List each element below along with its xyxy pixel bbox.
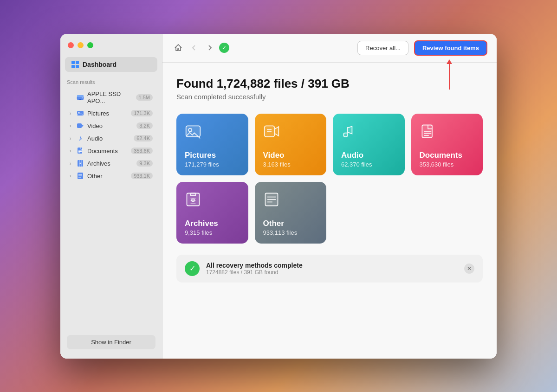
sidebar-badge: 933.1K xyxy=(131,173,153,179)
drive-icon xyxy=(76,94,84,101)
sidebar-item-dashboard[interactable]: Dashboard xyxy=(65,57,157,72)
arrow-head xyxy=(447,59,452,64)
sidebar-item-label: Audio xyxy=(87,135,134,142)
svg-rect-6 xyxy=(77,123,82,128)
found-title: Found 1,724,882 files / 391 GB xyxy=(176,77,483,91)
sidebar-item-label: Documents xyxy=(87,148,131,154)
traffic-lights xyxy=(68,42,93,48)
card-video-icon xyxy=(263,123,318,143)
sidebar-badge: 62.4K xyxy=(134,135,153,141)
chevron-icon: › xyxy=(70,174,74,179)
review-found-items-button[interactable]: Review found items xyxy=(414,40,487,56)
chevron-icon: › xyxy=(70,136,74,141)
card-audio-name: Audio xyxy=(341,151,396,160)
pictures-icon xyxy=(76,110,84,116)
sidebar-item-label: Video xyxy=(87,122,136,129)
status-check-icon: ✓ xyxy=(185,261,200,276)
card-archives[interactable]: Archives 9,315 files xyxy=(176,182,248,244)
scan-results-label: Scan results xyxy=(60,79,162,85)
card-other-icon xyxy=(263,191,318,212)
svg-point-35 xyxy=(191,199,194,201)
status-title: All recovery methods complete xyxy=(206,262,458,269)
svg-rect-30 xyxy=(191,193,196,195)
other-icon xyxy=(76,173,84,179)
svg-marker-7 xyxy=(82,124,84,127)
app-window: Dashboard Scan results APPLE SSD APO... … xyxy=(60,34,497,359)
scan-complete-icon: ✓ xyxy=(219,43,229,53)
card-pictures-count: 171,279 files xyxy=(185,161,240,168)
minimize-traffic-light[interactable] xyxy=(78,42,84,48)
sidebar-item-other[interactable]: › Other 933.1K xyxy=(63,170,159,182)
sidebar-item-documents[interactable]: › Documents 353.6K xyxy=(63,145,159,157)
nav-buttons: ✓ xyxy=(172,41,229,54)
show-in-finder-button[interactable]: Show in Finder xyxy=(67,335,155,349)
card-other[interactable]: Other 933,113 files xyxy=(255,182,327,244)
arrow-annotation xyxy=(447,59,452,90)
arrow-line xyxy=(449,64,450,90)
recover-all-button[interactable]: Recover all... xyxy=(357,41,408,55)
chevron-icon: › xyxy=(70,148,74,154)
card-pictures-name: Pictures xyxy=(185,151,240,160)
chevron-icon: › xyxy=(70,161,74,166)
sidebar-item-audio[interactable]: › ♪ Audio 62.4K xyxy=(63,133,159,144)
toolbar: ✓ Recover all... Review found items xyxy=(162,34,497,63)
svg-point-1 xyxy=(79,99,82,100)
documents-icon xyxy=(76,148,84,154)
sidebar-item-label: Archives xyxy=(87,160,136,167)
status-close-button[interactable]: ✕ xyxy=(464,263,474,274)
sidebar-item-label: Other xyxy=(87,173,131,180)
card-archives-icon xyxy=(185,191,240,212)
sidebar-item-pictures[interactable]: › Pictures 171.3K xyxy=(63,108,159,119)
chevron-icon: › xyxy=(70,111,74,116)
card-video-name: Video xyxy=(263,151,318,160)
status-notification: ✓ All recovery methods complete 1724882 … xyxy=(176,255,483,283)
card-audio-icon xyxy=(341,123,396,143)
dashboard-label: Dashboard xyxy=(83,61,117,68)
content-area: Found 1,724,882 files / 391 GB Scan comp… xyxy=(162,63,497,359)
back-button[interactable] xyxy=(188,41,201,54)
archives-icon xyxy=(76,160,84,167)
card-pictures-icon xyxy=(185,123,240,143)
sidebar-item-apple-ssd[interactable]: APPLE SSD APO... 1.5M xyxy=(63,88,159,107)
status-subtitle: 1724882 files / 391 GB found xyxy=(206,269,458,276)
card-audio-count: 62,370 files xyxy=(341,161,396,168)
card-documents-name: Documents xyxy=(420,151,475,160)
svg-point-15 xyxy=(80,163,81,164)
svg-rect-2 xyxy=(77,95,84,97)
card-archives-name: Archives xyxy=(185,219,240,228)
home-button[interactable] xyxy=(172,41,185,54)
card-video[interactable]: Video 3,163 files xyxy=(255,114,327,175)
sidebar-badge: 3.2K xyxy=(136,122,153,129)
close-traffic-light[interactable] xyxy=(68,42,74,48)
card-archives-count: 9,315 files xyxy=(185,229,240,236)
sidebar-item-label: APPLE SSD APO... xyxy=(87,90,136,104)
sidebar-badge: 1.5M xyxy=(136,94,153,101)
sidebar-badge: 9.3K xyxy=(136,160,153,167)
svg-point-3 xyxy=(82,97,83,98)
cards-row-2: Archives 9,315 files Other 933,113 xyxy=(176,182,483,244)
card-documents-icon xyxy=(420,123,475,143)
sidebar-item-label: Pictures xyxy=(87,110,131,117)
audio-icon: ♪ xyxy=(76,135,84,141)
sidebar-badge: 353.6K xyxy=(131,148,153,154)
card-audio[interactable]: Audio 62,370 files xyxy=(333,114,405,175)
card-documents-count: 353,630 files xyxy=(420,161,475,168)
card-video-count: 3,163 files xyxy=(263,161,318,168)
maximize-traffic-light[interactable] xyxy=(87,42,93,48)
sidebar-item-archives[interactable]: › Archives 9.3K xyxy=(63,158,159,169)
card-pictures[interactable]: Pictures 171,279 files xyxy=(176,114,248,175)
card-documents[interactable]: Documents 353,630 files xyxy=(411,114,483,175)
scan-subtitle: Scan completed successfully xyxy=(176,93,483,101)
svg-rect-20 xyxy=(186,126,201,136)
card-other-name: Other xyxy=(263,219,318,228)
sidebar-item-video[interactable]: › Video 3.2K xyxy=(63,120,159,132)
dashboard-icon xyxy=(71,61,79,68)
status-text-block: All recovery methods complete 1724882 fi… xyxy=(206,262,458,276)
card-other-count: 933,113 files xyxy=(263,229,318,236)
video-icon xyxy=(76,122,84,129)
sidebar-badge: 171.3K xyxy=(131,110,153,116)
chevron-icon: › xyxy=(70,123,74,129)
cards-row-1: Pictures 171,279 files Video 3,163 xyxy=(176,114,483,175)
sidebar: Dashboard Scan results APPLE SSD APO... … xyxy=(60,34,162,359)
forward-button[interactable] xyxy=(203,41,216,54)
